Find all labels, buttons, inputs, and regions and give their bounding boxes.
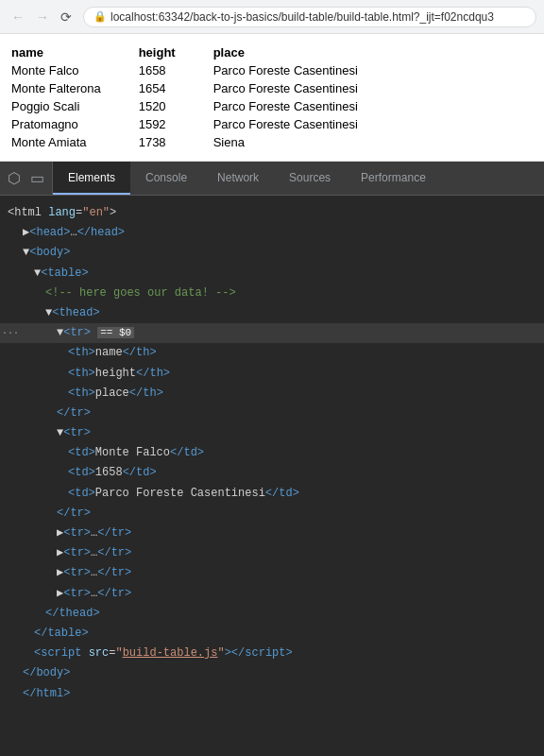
code-line[interactable]: ▶<tr>…</tr> <box>0 563 544 583</box>
browser-toolbar: ← → ⟳ 🔒 localhost:63342/back-to-js-basic… <box>0 0 544 34</box>
table-cell: Siena <box>213 133 396 151</box>
code-line[interactable]: <th>height</th> <box>0 364 544 384</box>
code-line[interactable]: </html> <box>0 684 544 704</box>
col-header-height: height <box>139 43 213 61</box>
table-row: Monte Amiata1738Siena <box>11 133 396 151</box>
col-header-place: place <box>213 43 396 61</box>
devtools-tab-sources[interactable]: Sources <box>274 162 346 195</box>
code-line[interactable]: ...▼<tr> == $0 <box>0 323 544 343</box>
code-line[interactable]: <th>name</th> <box>0 343 544 363</box>
table-cell: Parco Foreste Casentinesi <box>213 79 396 97</box>
code-line[interactable]: ▼<thead> <box>0 303 544 323</box>
code-line[interactable]: </thead> <box>0 604 544 624</box>
code-line[interactable]: </body> <box>0 663 544 683</box>
address-bar[interactable]: 🔒 localhost:63342/back-to-js-basics/buil… <box>83 7 536 27</box>
devtools-tab-console[interactable]: Console <box>130 162 202 195</box>
table-cell: 1520 <box>139 97 213 115</box>
table-cell: Poggio Scali <box>11 97 139 115</box>
code-line[interactable]: </tr> <box>0 504 544 524</box>
code-line[interactable]: ▶<tr>…</tr> <box>0 524 544 543</box>
code-line[interactable]: ▶<head>…</head> <box>0 223 544 243</box>
inspect-icon[interactable]: ⬡ <box>8 169 21 187</box>
col-header-name: name <box>11 43 139 61</box>
forward-button[interactable]: → <box>32 8 53 26</box>
code-line[interactable]: </tr> <box>0 404 544 423</box>
device-icon[interactable]: ▭ <box>30 169 44 187</box>
lock-icon: 🔒 <box>94 10 107 23</box>
devtools-panel: ⬡ ▭ ElementsConsoleNetworkSourcesPerform… <box>0 162 544 756</box>
table-cell: Parco Foreste Casentinesi <box>213 97 396 115</box>
devtools-tab-performance[interactable]: Performance <box>346 162 441 195</box>
table-cell: Monte Falterona <box>11 79 139 97</box>
code-line[interactable]: <html lang="en"> <box>0 203 544 223</box>
table-header-row: name height place <box>11 43 396 61</box>
url-text: localhost:63342/back-to-js-basics/build-… <box>110 10 494 24</box>
table-row: Pratomagno1592Parco Foreste Casentinesi <box>11 115 396 133</box>
code-line[interactable]: </table> <box>0 624 544 644</box>
code-line[interactable]: <script src="build-table.js"></script> <box>0 644 544 663</box>
table-row: Monte Falco1658Parco Foreste Casentinesi <box>11 61 396 79</box>
code-line[interactable]: ▼<body> <box>0 243 544 263</box>
code-line[interactable]: ▶<tr>…</tr> <box>0 584 544 604</box>
devtools-tab-elements[interactable]: Elements <box>53 162 130 195</box>
code-line[interactable]: ▼<tr> <box>0 423 544 443</box>
code-line[interactable]: <th>place</th> <box>0 384 544 404</box>
table-cell: Parco Foreste Casentinesi <box>213 115 396 133</box>
table-cell: 1592 <box>139 115 213 133</box>
table-cell: 1738 <box>139 133 213 151</box>
table-cell: Pratomagno <box>11 115 139 133</box>
elements-panel: <html lang="en">▶<head>…</head>▼<body>▼<… <box>0 196 544 756</box>
code-line[interactable]: ▶<tr>…</tr> <box>0 543 544 563</box>
code-line[interactable]: ▼<table> <box>0 264 544 284</box>
reload-button[interactable]: ⟳ <box>57 8 76 26</box>
code-line[interactable]: <td>Monte Falco</td> <box>0 443 544 463</box>
code-line[interactable]: <td>Parco Foreste Casentinesi</td> <box>0 484 544 504</box>
code-line[interactable]: <!-- here goes our data! --> <box>0 284 544 303</box>
table-cell: Parco Foreste Casentinesi <box>213 61 396 79</box>
table-cell: 1658 <box>139 61 213 79</box>
devtools-icon-group: ⬡ ▭ <box>0 162 53 195</box>
table-cell: Monte Falco <box>11 61 139 79</box>
table-row: Poggio Scali1520Parco Foreste Casentines… <box>11 97 396 115</box>
devtools-toolbar: ⬡ ▭ ElementsConsoleNetworkSourcesPerform… <box>0 162 544 196</box>
table-cell: Monte Amiata <box>11 133 139 151</box>
code-line[interactable]: <td>1658</td> <box>0 463 544 483</box>
data-table: name height place Monte Falco1658Parco F… <box>11 43 396 151</box>
back-button[interactable]: ← <box>8 8 28 26</box>
page-content: name height place Monte Falco1658Parco F… <box>0 34 544 162</box>
table-cell: 1654 <box>139 79 213 97</box>
devtools-tab-network[interactable]: Network <box>202 162 274 195</box>
table-row: Monte Falterona1654Parco Foreste Casenti… <box>11 79 396 97</box>
nav-buttons: ← → ⟳ <box>8 8 76 26</box>
devtools-tabs: ElementsConsoleNetworkSourcesPerformance <box>53 162 441 195</box>
